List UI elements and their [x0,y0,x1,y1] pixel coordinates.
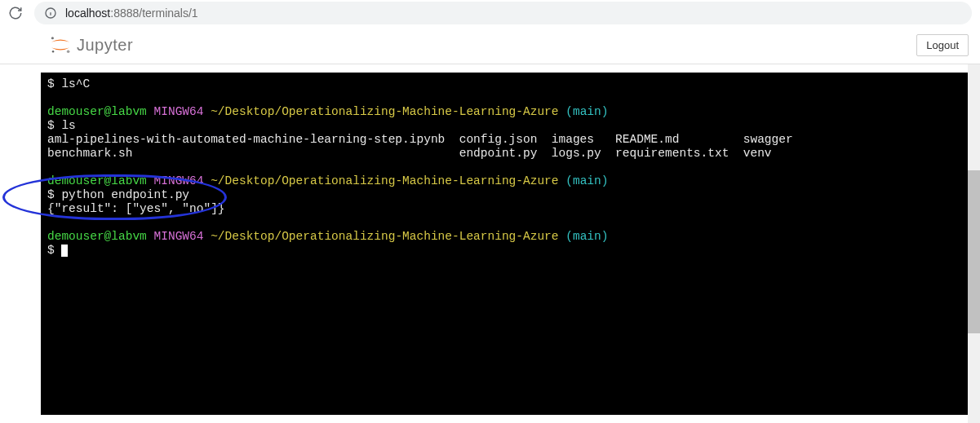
jupyter-header: Jupyter Logout [0,26,980,64]
svg-point-5 [52,51,54,52]
url-text: localhost:8888/terminals/1 [65,7,198,20]
svg-point-3 [51,37,54,39]
terminal-line: {"result": ["yes", "no"]} [47,202,962,216]
scrollbar-thumb[interactable] [968,170,980,333]
url-host: localhost [65,7,110,20]
terminal-line: benchmark.sh endpoint.py logs.py require… [47,147,962,161]
site-info-icon[interactable] [44,7,57,20]
terminal-line: demouser@labvm MINGW64 ~/Desktop/Operati… [47,174,962,188]
logout-button[interactable]: Logout [916,34,969,56]
address-bar[interactable]: localhost:8888/terminals/1 [34,2,972,24]
terminal-line: $ ls^C [47,77,962,91]
terminal[interactable]: $ ls^C demouser@labvm MINGW64 ~/Desktop/… [41,73,969,415]
browser-toolbar: localhost:8888/terminals/1 [0,0,980,26]
page-scrollbar[interactable] [968,64,980,423]
svg-point-4 [67,50,70,53]
terminal-line: demouser@labvm MINGW64 ~/Desktop/Operati… [47,230,962,244]
jupyter-brand-text: Jupyter [77,36,133,55]
terminal-line: $ ls [47,119,962,133]
terminal-line: $ python endpoint.py [47,188,962,202]
jupyter-logo-icon [49,36,72,54]
reload-icon[interactable] [8,6,23,20]
terminal-cursor [61,245,68,257]
jupyter-logo[interactable]: Jupyter [49,36,133,55]
terminal-line: aml-pipelines-with-automated-machine-lea… [47,133,962,147]
terminal-container: $ ls^C demouser@labvm MINGW64 ~/Desktop/… [0,64,980,423]
terminal-line [47,161,962,174]
terminal-line: $ [47,244,962,258]
terminal-line [47,91,962,105]
terminal-line: demouser@labvm MINGW64 ~/Desktop/Operati… [47,105,962,119]
terminal-line [47,216,962,230]
url-path: :8888/terminals/1 [110,7,197,20]
